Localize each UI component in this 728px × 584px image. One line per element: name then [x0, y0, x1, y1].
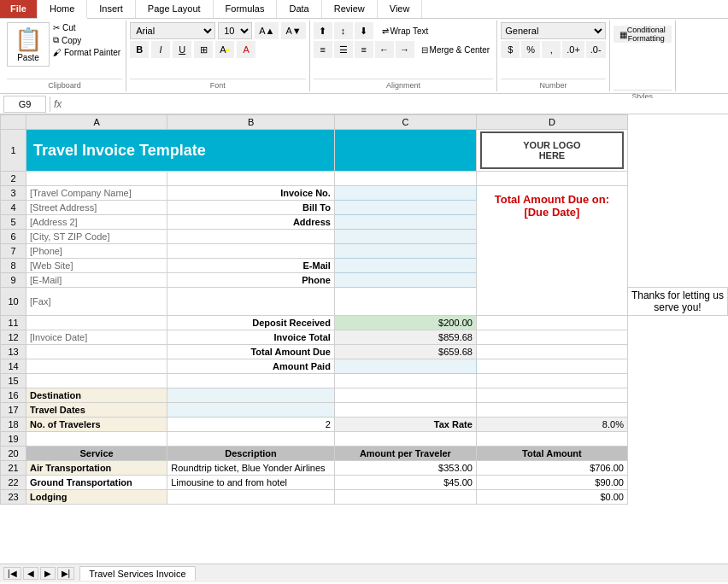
- merge-center-button[interactable]: ⊟ Merge & Center: [418, 44, 494, 56]
- cell-23a[interactable]: Lodging: [26, 490, 167, 505]
- cell-23d[interactable]: $0.00: [476, 490, 627, 505]
- cell-3c[interactable]: [334, 186, 476, 201]
- cell-13c[interactable]: $659.68: [334, 345, 476, 359]
- cell-14a[interactable]: [26, 359, 167, 374]
- cell-8c[interactable]: [334, 259, 476, 273]
- tab-page-layout[interactable]: Page Layout: [136, 0, 214, 18]
- cell-19a[interactable]: [26, 432, 167, 447]
- cell-2c[interactable]: [334, 172, 476, 186]
- cell-11b[interactable]: Deposit Received: [167, 316, 335, 330]
- last-sheet-button[interactable]: ▶|: [57, 567, 75, 580]
- number-format-select[interactable]: General: [501, 22, 605, 39]
- underline-button[interactable]: U: [173, 41, 191, 58]
- cell-22c[interactable]: $45.00: [334, 476, 476, 490]
- cell-19d[interactable]: [476, 432, 627, 447]
- cell-2d[interactable]: [476, 172, 627, 186]
- cell-17a[interactable]: Travel Dates: [26, 403, 167, 418]
- invoice-title-cell[interactable]: Travel Invoice Template: [26, 130, 335, 172]
- cell-16d[interactable]: [476, 388, 627, 403]
- cell-16c[interactable]: [334, 388, 476, 403]
- cell-11a[interactable]: [26, 316, 167, 330]
- cell-3a[interactable]: [Travel Company Name]: [26, 186, 167, 201]
- cell-21a[interactable]: Air Transportation: [26, 461, 167, 476]
- align-middle-button[interactable]: ↕: [334, 22, 353, 39]
- cell-4b[interactable]: Bill To: [167, 201, 335, 215]
- cell-17c[interactable]: [334, 403, 476, 418]
- cell-17b[interactable]: [167, 403, 335, 418]
- cell-4a[interactable]: [Street Address]: [26, 201, 167, 215]
- tab-review[interactable]: Review: [322, 0, 378, 18]
- bold-button[interactable]: B: [130, 41, 149, 58]
- cell-2a[interactable]: [26, 172, 167, 186]
- cell-13b[interactable]: Total Amount Due: [167, 345, 335, 359]
- cell-23c[interactable]: [334, 490, 476, 505]
- cell-23b[interactable]: [167, 490, 335, 505]
- cell-18d[interactable]: 8.0%: [476, 418, 627, 432]
- cell-18c[interactable]: Tax Rate: [334, 418, 476, 432]
- cut-button[interactable]: ✂ Cut: [51, 22, 122, 33]
- cell-18a[interactable]: No. of Travelers: [26, 418, 167, 432]
- tab-formulas[interactable]: Formulas: [214, 0, 278, 18]
- percent-button[interactable]: %: [521, 41, 540, 58]
- cell-15c[interactable]: [334, 374, 476, 388]
- next-sheet-button[interactable]: ▶: [40, 567, 56, 580]
- align-top-button[interactable]: ⬆: [314, 22, 332, 39]
- increase-decimal-button[interactable]: .0+: [562, 41, 584, 58]
- cell-13d[interactable]: [476, 345, 627, 359]
- cell-21d[interactable]: $706.00: [476, 461, 627, 476]
- cell-14d[interactable]: [476, 359, 627, 374]
- cell-16b[interactable]: [167, 388, 335, 403]
- cell-12d[interactable]: [476, 330, 627, 345]
- increase-indent-button[interactable]: →: [396, 41, 414, 58]
- cell-15b[interactable]: [167, 374, 335, 388]
- conditional-formatting-button[interactable]: ▦ ConditionalFormatting: [614, 26, 672, 43]
- cell-6a[interactable]: [City, ST ZIP Code]: [26, 230, 167, 244]
- col-header-a[interactable]: A: [26, 115, 167, 130]
- cell-9b[interactable]: Phone: [167, 273, 335, 288]
- cell-10c[interactable]: [334, 288, 476, 316]
- cell-16a[interactable]: Destination: [26, 388, 167, 403]
- tab-data[interactable]: Data: [277, 0, 321, 18]
- cell-6c[interactable]: [334, 230, 476, 244]
- cell-10b[interactable]: [167, 288, 335, 316]
- cell-18b[interactable]: 2: [167, 418, 335, 432]
- decrease-indent-button[interactable]: ←: [375, 41, 394, 58]
- cell-4c[interactable]: [334, 201, 476, 215]
- format-painter-button[interactable]: 🖌 Format Painter: [51, 47, 122, 58]
- copy-button[interactable]: ⧉ Copy: [51, 34, 122, 46]
- cell-7b[interactable]: [167, 244, 335, 259]
- cell-19c[interactable]: [334, 432, 476, 447]
- cell-10a[interactable]: [Fax]: [26, 288, 167, 316]
- decrease-font-button[interactable]: A▼: [281, 22, 305, 39]
- col-header-c[interactable]: C: [334, 115, 476, 130]
- cell-7c[interactable]: [334, 244, 476, 259]
- increase-font-button[interactable]: A▲: [255, 22, 279, 39]
- cell-21c[interactable]: $353.00: [334, 461, 476, 476]
- cell-14b[interactable]: Amount Paid: [167, 359, 335, 374]
- cell-9c[interactable]: [334, 273, 476, 288]
- cell-11d[interactable]: [476, 316, 627, 330]
- currency-button[interactable]: $: [501, 41, 520, 58]
- cell-5a[interactable]: [Address 2]: [26, 215, 167, 230]
- cell-8a[interactable]: [Web Site]: [26, 259, 167, 273]
- cell-14c[interactable]: [334, 359, 476, 374]
- cell-12a[interactable]: [Invoice Date]: [26, 330, 167, 345]
- tab-home[interactable]: Home: [38, 0, 87, 19]
- cell-11c[interactable]: $200.00: [334, 316, 476, 330]
- formula-input[interactable]: [65, 98, 725, 110]
- cell-17d[interactable]: [476, 403, 627, 418]
- font-color-button[interactable]: A: [237, 41, 255, 58]
- col-header-d[interactable]: D: [476, 115, 627, 130]
- wrap-text-button[interactable]: ⇌ Wrap Text: [379, 25, 432, 38]
- tab-view[interactable]: View: [378, 0, 423, 18]
- tab-insert[interactable]: Insert: [87, 0, 136, 18]
- align-right-button[interactable]: ≡: [355, 41, 373, 58]
- sheet-tab-travel-services[interactable]: Travel Services Invoice: [79, 566, 195, 581]
- cell-reference-input[interactable]: [3, 96, 46, 113]
- col-header-b[interactable]: B: [167, 115, 335, 130]
- cell-12b[interactable]: Invoice Total: [167, 330, 335, 345]
- fill-color-button[interactable]: A: [215, 41, 234, 58]
- tab-file[interactable]: File: [0, 0, 38, 18]
- cell-3b[interactable]: Invoice No.: [167, 186, 335, 201]
- cell-15a[interactable]: [26, 374, 167, 388]
